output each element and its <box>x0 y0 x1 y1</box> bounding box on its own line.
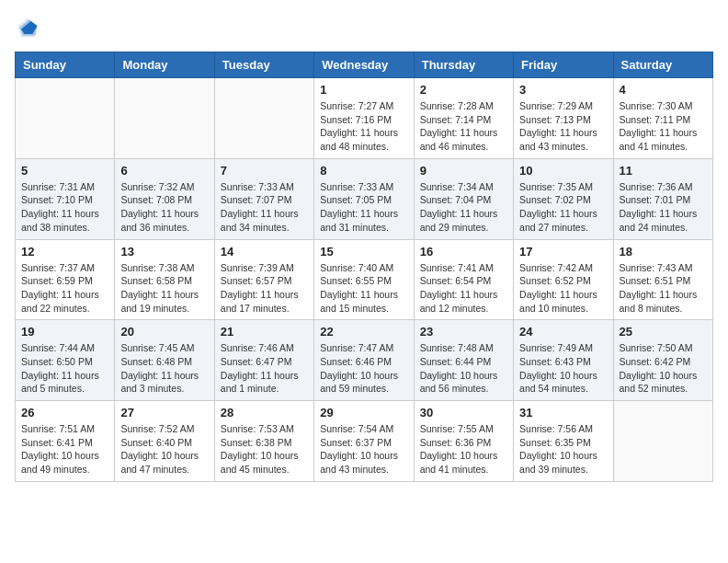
day-number: 19 <box>21 325 108 339</box>
day-number: 24 <box>519 325 607 339</box>
day-info: Sunrise: 7:31 AM Sunset: 7:10 PM Dayligh… <box>21 180 108 235</box>
calendar-day-cell: 15Sunrise: 7:40 AM Sunset: 6:55 PM Dayli… <box>314 239 414 320</box>
day-number: 10 <box>519 164 607 178</box>
day-info: Sunrise: 7:46 AM Sunset: 6:47 PM Dayligh… <box>221 341 308 396</box>
day-info: Sunrise: 7:53 AM Sunset: 6:38 PM Dayligh… <box>221 422 308 477</box>
day-info: Sunrise: 7:49 AM Sunset: 6:43 PM Dayligh… <box>519 341 607 396</box>
day-info: Sunrise: 7:39 AM Sunset: 6:57 PM Dayligh… <box>221 261 308 316</box>
day-info: Sunrise: 7:41 AM Sunset: 6:54 PM Dayligh… <box>420 261 507 316</box>
calendar-day-cell: 31Sunrise: 7:56 AM Sunset: 6:35 PM Dayli… <box>514 401 613 482</box>
day-info: Sunrise: 7:51 AM Sunset: 6:41 PM Dayligh… <box>21 422 108 477</box>
calendar-day-cell <box>115 78 214 159</box>
calendar-day-cell: 16Sunrise: 7:41 AM Sunset: 6:54 PM Dayli… <box>414 239 513 320</box>
day-of-week-header: Thursday <box>414 52 513 78</box>
day-number: 31 <box>519 406 607 419</box>
day-info: Sunrise: 7:34 AM Sunset: 7:04 PM Dayligh… <box>420 180 507 235</box>
calendar-day-cell: 25Sunrise: 7:50 AM Sunset: 6:42 PM Dayli… <box>613 320 712 401</box>
day-number: 7 <box>221 164 308 178</box>
calendar-day-cell: 2Sunrise: 7:28 AM Sunset: 7:14 PM Daylig… <box>414 78 513 159</box>
calendar-day-cell: 8Sunrise: 7:33 AM Sunset: 7:05 PM Daylig… <box>314 158 414 239</box>
day-info: Sunrise: 7:32 AM Sunset: 7:08 PM Dayligh… <box>120 180 208 235</box>
day-number: 23 <box>420 325 507 339</box>
calendar-day-cell: 28Sunrise: 7:53 AM Sunset: 6:38 PM Dayli… <box>214 401 313 482</box>
calendar-day-cell: 11Sunrise: 7:36 AM Sunset: 7:01 PM Dayli… <box>613 158 712 239</box>
calendar-day-cell <box>16 78 115 159</box>
day-info: Sunrise: 7:48 AM Sunset: 6:44 PM Dayligh… <box>420 341 507 396</box>
calendar-day-cell: 14Sunrise: 7:39 AM Sunset: 6:57 PM Dayli… <box>214 239 313 320</box>
calendar-day-cell: 4Sunrise: 7:30 AM Sunset: 7:11 PM Daylig… <box>613 78 712 159</box>
day-number: 11 <box>620 164 707 178</box>
day-number: 3 <box>519 83 607 97</box>
calendar-day-cell: 10Sunrise: 7:35 AM Sunset: 7:02 PM Dayli… <box>514 158 613 239</box>
calendar-day-cell: 24Sunrise: 7:49 AM Sunset: 6:43 PM Dayli… <box>514 320 613 401</box>
calendar-day-cell: 3Sunrise: 7:29 AM Sunset: 7:13 PM Daylig… <box>514 78 613 159</box>
day-info: Sunrise: 7:33 AM Sunset: 7:07 PM Dayligh… <box>221 180 308 235</box>
calendar-week-row: 12Sunrise: 7:37 AM Sunset: 6:59 PM Dayli… <box>16 239 713 320</box>
calendar-day-cell: 22Sunrise: 7:47 AM Sunset: 6:46 PM Dayli… <box>314 320 414 401</box>
day-info: Sunrise: 7:52 AM Sunset: 6:40 PM Dayligh… <box>120 422 208 477</box>
day-info: Sunrise: 7:37 AM Sunset: 6:59 PM Dayligh… <box>21 261 108 316</box>
day-of-week-header: Tuesday <box>214 52 313 78</box>
day-number: 15 <box>320 245 407 259</box>
calendar-week-row: 19Sunrise: 7:44 AM Sunset: 6:50 PM Dayli… <box>16 320 713 401</box>
day-number: 21 <box>221 325 308 339</box>
day-info: Sunrise: 7:42 AM Sunset: 6:52 PM Dayligh… <box>519 261 607 316</box>
day-number: 20 <box>120 325 208 339</box>
day-number: 26 <box>21 406 108 419</box>
day-of-week-header: Wednesday <box>314 52 414 78</box>
page-header <box>15 15 713 40</box>
day-info: Sunrise: 7:50 AM Sunset: 6:42 PM Dayligh… <box>620 341 707 396</box>
day-number: 25 <box>620 325 707 339</box>
day-number: 30 <box>420 406 507 419</box>
day-of-week-header: Friday <box>514 52 613 78</box>
day-info: Sunrise: 7:54 AM Sunset: 6:37 PM Dayligh… <box>320 422 407 477</box>
day-of-week-header: Sunday <box>16 52 115 78</box>
logo <box>15 15 44 40</box>
calendar-day-cell <box>613 401 712 482</box>
day-info: Sunrise: 7:27 AM Sunset: 7:16 PM Dayligh… <box>320 99 407 154</box>
day-info: Sunrise: 7:55 AM Sunset: 6:36 PM Dayligh… <box>420 422 507 477</box>
calendar-day-cell: 7Sunrise: 7:33 AM Sunset: 7:07 PM Daylig… <box>214 158 313 239</box>
calendar-day-cell: 6Sunrise: 7:32 AM Sunset: 7:08 PM Daylig… <box>115 158 214 239</box>
day-number: 2 <box>420 83 507 97</box>
calendar-header-row: SundayMondayTuesdayWednesdayThursdayFrid… <box>16 52 713 78</box>
day-info: Sunrise: 7:56 AM Sunset: 6:35 PM Dayligh… <box>519 422 607 477</box>
day-info: Sunrise: 7:40 AM Sunset: 6:55 PM Dayligh… <box>320 261 407 316</box>
day-info: Sunrise: 7:45 AM Sunset: 6:48 PM Dayligh… <box>120 341 208 396</box>
day-info: Sunrise: 7:38 AM Sunset: 6:58 PM Dayligh… <box>120 261 208 316</box>
calendar-day-cell: 21Sunrise: 7:46 AM Sunset: 6:47 PM Dayli… <box>214 320 313 401</box>
calendar-day-cell <box>214 78 313 159</box>
day-info: Sunrise: 7:29 AM Sunset: 7:13 PM Dayligh… <box>519 99 607 154</box>
calendar-day-cell: 19Sunrise: 7:44 AM Sunset: 6:50 PM Dayli… <box>16 320 115 401</box>
day-number: 12 <box>21 245 108 259</box>
day-number: 29 <box>320 406 407 419</box>
day-number: 4 <box>620 83 707 97</box>
day-number: 16 <box>420 245 507 259</box>
day-number: 8 <box>320 164 407 178</box>
day-info: Sunrise: 7:30 AM Sunset: 7:11 PM Dayligh… <box>620 99 707 154</box>
day-of-week-header: Saturday <box>613 52 712 78</box>
calendar-day-cell: 23Sunrise: 7:48 AM Sunset: 6:44 PM Dayli… <box>414 320 513 401</box>
calendar-week-row: 5Sunrise: 7:31 AM Sunset: 7:10 PM Daylig… <box>16 158 713 239</box>
calendar-day-cell: 5Sunrise: 7:31 AM Sunset: 7:10 PM Daylig… <box>16 158 115 239</box>
day-number: 18 <box>620 245 707 259</box>
calendar-day-cell: 9Sunrise: 7:34 AM Sunset: 7:04 PM Daylig… <box>414 158 513 239</box>
calendar-day-cell: 30Sunrise: 7:55 AM Sunset: 6:36 PM Dayli… <box>414 401 513 482</box>
day-number: 1 <box>320 83 407 97</box>
day-number: 14 <box>221 245 308 259</box>
day-of-week-header: Monday <box>115 52 214 78</box>
calendar-table: SundayMondayTuesdayWednesdayThursdayFrid… <box>15 52 713 482</box>
calendar-week-row: 1Sunrise: 7:27 AM Sunset: 7:16 PM Daylig… <box>16 78 713 159</box>
day-number: 28 <box>221 406 308 419</box>
calendar-day-cell: 13Sunrise: 7:38 AM Sunset: 6:58 PM Dayli… <box>115 239 214 320</box>
calendar-day-cell: 26Sunrise: 7:51 AM Sunset: 6:41 PM Dayli… <box>16 401 115 482</box>
calendar-week-row: 26Sunrise: 7:51 AM Sunset: 6:41 PM Dayli… <box>16 401 713 482</box>
day-info: Sunrise: 7:44 AM Sunset: 6:50 PM Dayligh… <box>21 341 108 396</box>
day-info: Sunrise: 7:35 AM Sunset: 7:02 PM Dayligh… <box>519 180 607 235</box>
day-info: Sunrise: 7:28 AM Sunset: 7:14 PM Dayligh… <box>420 99 507 154</box>
day-number: 9 <box>420 164 507 178</box>
day-number: 6 <box>120 164 208 178</box>
calendar-day-cell: 1Sunrise: 7:27 AM Sunset: 7:16 PM Daylig… <box>314 78 414 159</box>
calendar-day-cell: 18Sunrise: 7:43 AM Sunset: 6:51 PM Dayli… <box>613 239 712 320</box>
day-number: 5 <box>21 164 108 178</box>
